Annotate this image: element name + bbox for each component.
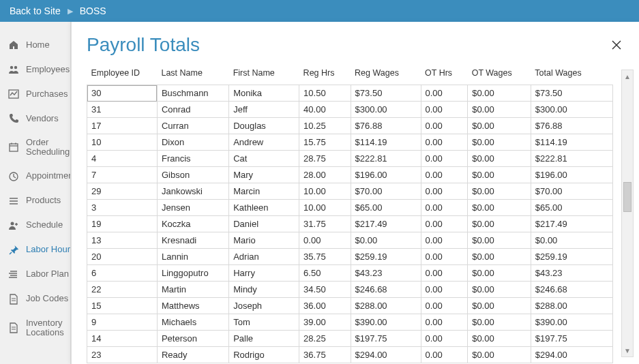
cell[interactable]: 10.25	[299, 118, 351, 134]
cell[interactable]: Buschmann	[157, 85, 228, 102]
cell[interactable]: 28.00	[299, 167, 351, 183]
cell[interactable]: Harry	[229, 265, 299, 282]
cell[interactable]: Rodrigo	[229, 347, 299, 363]
column-header[interactable]: First Name	[229, 63, 299, 85]
cell[interactable]: 28.25	[299, 331, 351, 347]
cell[interactable]: $0.00	[531, 232, 612, 249]
cell[interactable]: $294.00	[531, 347, 612, 363]
sidebar-item-labor-plan[interactable]: Labor Plan	[0, 262, 70, 287]
cell[interactable]: 0.00	[421, 249, 468, 265]
cell[interactable]: 0.00	[421, 282, 468, 298]
sidebar-item-purchases[interactable]: Purchases	[0, 82, 70, 106]
cell[interactable]: $70.00	[351, 183, 421, 200]
cell[interactable]: 0.00	[421, 183, 468, 200]
cell[interactable]: 0.00	[421, 118, 468, 134]
cell[interactable]: $0.00	[468, 331, 531, 347]
sidebar-item-schedule[interactable]: Schedule	[0, 213, 70, 238]
cell[interactable]: 0.00	[421, 167, 468, 183]
cell[interactable]: Koczka	[157, 216, 228, 232]
back-to-site-link[interactable]: Back to Site	[10, 5, 61, 16]
cell[interactable]: $114.19	[531, 134, 612, 151]
cell[interactable]: Tom	[229, 314, 299, 331]
cell[interactable]: 10.50	[299, 85, 351, 102]
sidebar-item-job-codes[interactable]: Job Codes	[0, 287, 70, 312]
modal-close-button[interactable]	[610, 39, 623, 51]
cell[interactable]: 0.00	[421, 85, 468, 102]
sidebar-item-vendors[interactable]: Vendors	[0, 106, 70, 131]
cell[interactable]: 6.50	[299, 265, 351, 282]
cell[interactable]: $73.50	[351, 85, 421, 102]
cell[interactable]: $0.00	[468, 265, 531, 282]
column-header[interactable]: Reg Hrs	[299, 63, 351, 85]
cell[interactable]: 15.75	[299, 134, 351, 151]
cell[interactable]: 0.00	[421, 298, 468, 314]
cell[interactable]: $217.49	[531, 216, 612, 232]
sidebar-item-home[interactable]: Home	[0, 33, 70, 57]
scrollbar[interactable]: ▲ ▼	[621, 70, 634, 357]
cell[interactable]: Daniel	[229, 216, 299, 232]
cell[interactable]: $76.88	[531, 118, 612, 134]
cell[interactable]: Michaels	[157, 314, 228, 331]
cell[interactable]: $0.00	[468, 314, 531, 331]
cell[interactable]: $390.00	[351, 314, 421, 331]
cell[interactable]: Jensen	[157, 200, 228, 216]
cell[interactable]: $0.00	[468, 134, 531, 151]
cell[interactable]: 22	[87, 282, 158, 298]
sidebar-item-labor-hours[interactable]: Labor Hours	[0, 238, 70, 262]
cell[interactable]: Curran	[157, 118, 228, 134]
cell[interactable]: 0.00	[421, 331, 468, 347]
cell[interactable]: $197.75	[351, 331, 421, 347]
sidebar-item-inventory[interactable]: InventoryLocations	[0, 312, 70, 345]
cell[interactable]: $0.00	[468, 118, 531, 134]
cell[interactable]: Gibson	[157, 167, 228, 183]
cell[interactable]: $196.00	[351, 167, 421, 183]
cell[interactable]: $0.00	[468, 216, 531, 232]
cell[interactable]: 29	[87, 183, 158, 200]
cell[interactable]: Monika	[229, 85, 299, 102]
cell[interactable]: 0.00	[421, 216, 468, 232]
cell[interactable]: 0.00	[421, 232, 468, 249]
cell[interactable]: $288.00	[351, 298, 421, 314]
cell[interactable]: 31	[87, 102, 158, 118]
scroll-track[interactable]	[622, 82, 633, 344]
scroll-thumb[interactable]	[623, 182, 631, 212]
cell[interactable]: $222.81	[351, 151, 421, 167]
cell[interactable]: $0.00	[468, 282, 531, 298]
cell[interactable]: $43.23	[351, 265, 421, 282]
scroll-up-button[interactable]: ▲	[622, 70, 633, 82]
cell[interactable]: $65.00	[531, 200, 612, 216]
cell[interactable]: $76.88	[351, 118, 421, 134]
cell[interactable]: $294.00	[351, 347, 421, 363]
cell[interactable]: $0.00	[468, 200, 531, 216]
cell[interactable]: 6	[87, 265, 158, 282]
cell[interactable]: $246.68	[351, 282, 421, 298]
cell[interactable]: 0.00	[421, 102, 468, 118]
cell[interactable]: 0.00	[421, 151, 468, 167]
sidebar-item-appointments[interactable]: Appointments	[0, 164, 70, 189]
column-header[interactable]: OT Wages	[468, 63, 531, 85]
cell[interactable]: $259.19	[351, 249, 421, 265]
cell[interactable]: 0.00	[421, 314, 468, 331]
cell[interactable]: 0.00	[421, 265, 468, 282]
cell[interactable]: 13	[87, 232, 158, 249]
cell[interactable]: 17	[87, 118, 158, 134]
cell[interactable]: $300.00	[531, 102, 612, 118]
column-header[interactable]: Last Name	[157, 63, 228, 85]
cell[interactable]: Jeff	[229, 102, 299, 118]
cell[interactable]: Mario	[229, 232, 299, 249]
cell[interactable]: $259.19	[531, 249, 612, 265]
cell[interactable]: 7	[87, 167, 158, 183]
cell[interactable]: $0.00	[468, 151, 531, 167]
cell[interactable]: $73.50	[531, 85, 612, 102]
cell[interactable]: 20	[87, 249, 158, 265]
cell[interactable]: Peterson	[157, 331, 228, 347]
cell[interactable]: 19	[87, 216, 158, 232]
cell[interactable]: $390.00	[531, 314, 612, 331]
cell[interactable]: $0.00	[468, 249, 531, 265]
cell[interactable]: Joseph	[229, 298, 299, 314]
cell[interactable]: 0.00	[299, 232, 351, 249]
cell[interactable]: 28.75	[299, 151, 351, 167]
cell[interactable]: Francis	[157, 151, 228, 167]
cell[interactable]: Mary	[229, 167, 299, 183]
cell[interactable]: $114.19	[351, 134, 421, 151]
